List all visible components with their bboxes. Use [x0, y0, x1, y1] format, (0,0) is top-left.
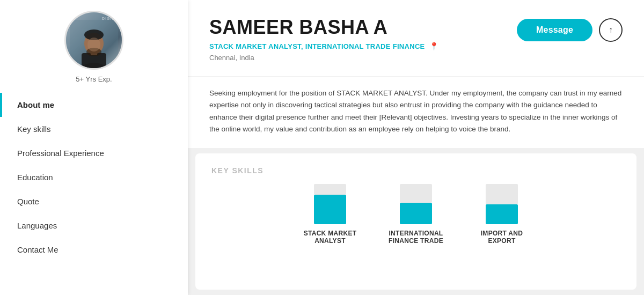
- profile-location: Chennai, India: [209, 54, 254, 62]
- skill-label-2: INTERNATIONAL FINANCE TRADE: [386, 230, 445, 245]
- profile-header: SAMEER BASHA A STACK MARKET ANALYST, INT…: [188, 0, 644, 76]
- skills-section-title: KEY SKILLS: [211, 166, 620, 175]
- share-icon: ↑: [609, 25, 613, 35]
- skills-section: KEY SKILLS STACK MARKET ANALYST: [195, 153, 636, 290]
- bar-bg-2: [400, 184, 432, 203]
- avatar: DIGIDO: [64, 11, 123, 70]
- message-button[interactable]: Message: [517, 19, 592, 41]
- sidebar-item-skills[interactable]: Key skills: [0, 117, 188, 141]
- main-content: SAMEER BASHA A STACK MARKET ANALYST, INT…: [188, 0, 644, 295]
- bar-fill-2: [400, 203, 432, 224]
- skill-item-finance: INTERNATIONAL FINANCE TRADE: [386, 184, 445, 245]
- skill-item-stack-market: STACK MARKET ANALYST: [301, 184, 360, 245]
- skill-bar-import: [486, 184, 518, 224]
- profile-title-row: STACK MARKET ANALYST, INTERNATIONAL TRAD…: [209, 42, 517, 50]
- location-icon: 📍: [429, 42, 438, 50]
- share-button[interactable]: ↑: [599, 18, 623, 42]
- skill-label-1: STACK MARKET ANALYST: [301, 230, 360, 245]
- bar-fill-3: [486, 204, 518, 224]
- sidebar-item-quote[interactable]: Quote: [0, 189, 188, 213]
- profile-info: SAMEER BASHA A STACK MARKET ANALYST, INT…: [209, 16, 517, 62]
- skill-bar-finance: [400, 184, 432, 224]
- svg-point-7: [87, 38, 100, 51]
- about-text: Seeking employment for the position of S…: [209, 87, 623, 135]
- profile-title: STACK MARKET ANALYST, INTERNATIONAL TRAD…: [209, 42, 425, 50]
- sidebar-item-languages[interactable]: Languages: [0, 213, 188, 238]
- sidebar-item-contact[interactable]: Contact Me: [0, 238, 188, 262]
- sidebar-item-experience[interactable]: Professional Experience: [0, 141, 188, 165]
- profile-name: SAMEER BASHA A: [209, 16, 517, 39]
- about-section: Seeking employment for the position of S…: [188, 76, 644, 148]
- experience-years: 5+ Yrs Exp.: [76, 75, 112, 83]
- navigation-menu: About me Key skills Professional Experie…: [0, 93, 188, 262]
- bar-bg-3: [486, 184, 518, 204]
- sidebar-item-education[interactable]: Education: [0, 165, 188, 189]
- sidebar-item-about[interactable]: About me: [0, 93, 188, 117]
- skill-bar-stack: [314, 184, 346, 224]
- profile-actions: Message ↑: [517, 18, 623, 42]
- sidebar: DIGIDO 5+ Yrs Exp. About me Key skills P…: [0, 0, 188, 295]
- skill-item-import-export: IMPORT AND EXPORT: [472, 184, 531, 245]
- profile-image: DIGIDO: [66, 12, 122, 68]
- skills-bars: STACK MARKET ANALYST INTERNATIONAL FINAN…: [211, 186, 620, 245]
- skill-label-3: IMPORT AND EXPORT: [472, 230, 531, 245]
- bar-fill-1: [314, 195, 346, 224]
- bar-bg-1: [314, 184, 346, 195]
